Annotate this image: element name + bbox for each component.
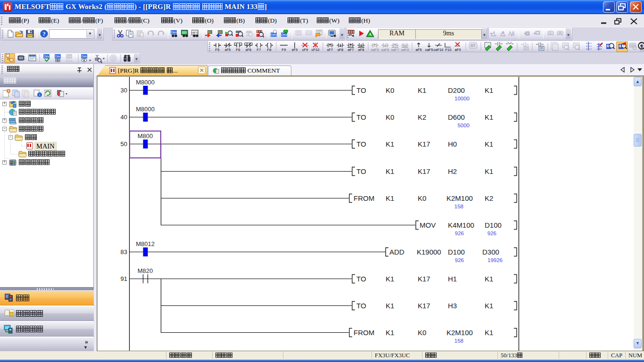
svg-text:Dev: Dev [44,55,50,58]
svg-text:FROM: FROM [354,194,374,202]
svg-text:K0: K0 [418,329,426,337]
svg-text:K0: K0 [386,86,394,94]
svg-text:158: 158 [454,338,463,344]
svg-text:K1: K1 [386,302,394,310]
svg-text:30: 30 [121,87,127,94]
svg-text:M800: M800 [138,132,153,140]
svg-text:K1: K1 [485,113,493,121]
svg-text:5000: 5000 [457,123,470,128]
svg-text:K4M100: K4M100 [448,221,474,229]
svg-text:K17: K17 [418,167,430,175]
svg-text:K19000: K19000 [417,248,441,256]
svg-text:19926: 19926 [487,257,503,263]
svg-text:D100: D100 [485,221,502,229]
svg-text:TO: TO [356,167,366,175]
svg-text:D300: D300 [482,248,499,256]
svg-text:K1: K1 [418,86,426,94]
svg-text:H1: H1 [448,275,457,283]
svg-text:TO: TO [356,86,366,94]
svg-text:40: 40 [121,114,127,121]
svg-text:F5: F5 [215,48,220,52]
svg-text:K1: K1 [386,329,394,337]
svg-text:F7: F7 [257,48,261,52]
svg-text:Dev: Dev [66,55,72,58]
svg-text:Dev: Dev [171,31,177,34]
svg-text:926: 926 [455,257,464,263]
svg-text:K1: K1 [485,329,493,337]
svg-text:TO: TO [356,140,366,148]
svg-text:K1: K1 [485,275,493,283]
svg-text:K17: K17 [418,302,430,310]
svg-text:K2: K2 [418,113,426,121]
svg-text:saF7: saF7 [391,48,399,52]
svg-text:aF9: aF9 [455,48,461,52]
svg-text:K1: K1 [485,140,493,148]
svg-text:?: ? [112,55,115,61]
svg-text:aF5: aF5 [416,48,422,52]
svg-text:K1: K1 [485,167,493,175]
svg-text:aF8: aF8 [358,48,364,52]
svg-text:ST: ST [471,43,475,48]
svg-text:Dev: Dev [281,33,287,36]
svg-text:K1: K1 [386,140,394,148]
svg-text:TO: TO [356,275,366,283]
svg-text:K0: K0 [386,113,394,121]
svg-text:MOV: MOV [420,221,436,229]
svg-text:K2M100: K2M100 [446,194,473,202]
svg-text:D200: D200 [448,86,465,94]
svg-text:Dev: Dev [82,55,87,58]
svg-text:saF5: saF5 [371,48,379,52]
svg-text:D100: D100 [448,248,465,256]
svg-text:D600: D600 [448,113,465,121]
svg-text:M8000: M8000 [136,79,155,86]
svg-text:K1: K1 [386,275,394,283]
svg-text:F10: F10 [446,48,452,52]
svg-text:caF10: caF10 [434,48,444,52]
svg-text:K17: K17 [418,140,430,148]
svg-text:Dev: Dev [55,55,61,58]
svg-text:sF8: sF8 [338,48,344,52]
svg-text:L: L [550,32,552,36]
svg-text:H0: H0 [448,140,457,148]
svg-text:?: ? [43,31,46,37]
svg-text:K1: K1 [386,194,394,202]
svg-text:F6: F6 [236,48,240,52]
svg-text:K1: K1 [485,86,493,94]
svg-text:K2M100: K2M100 [446,329,473,337]
svg-text:K0: K0 [418,194,426,202]
svg-text:HKY: HKY [191,31,198,34]
svg-text:aF7: aF7 [348,48,354,52]
svg-text:FROM: FROM [354,329,374,337]
svg-text:A: A [369,32,372,37]
svg-text:926: 926 [487,230,496,236]
svg-text:926: 926 [455,230,464,236]
svg-text:saF8: saF8 [401,48,409,52]
svg-text:F9: F9 [282,48,286,52]
svg-text:cF10: cF10 [312,48,320,52]
svg-text:H3: H3 [448,302,457,310]
svg-text:158: 158 [454,204,463,209]
svg-text:TO: TO [356,302,366,310]
svg-text:sF6: sF6 [246,48,252,52]
svg-text:K17: K17 [418,275,430,283]
svg-text:cF9: cF9 [302,48,308,52]
svg-text:M820: M820 [138,267,153,274]
svg-text:K1: K1 [485,302,493,310]
svg-text:CC-L: CC-L [66,59,73,62]
svg-text:sF9: sF9 [292,48,298,52]
svg-text:Dev: Dev [271,33,277,36]
svg-text:83: 83 [121,248,127,255]
svg-text:sF5: sF5 [225,48,231,52]
svg-text:K2: K2 [485,194,493,202]
svg-text:ADD: ADD [389,248,405,256]
svg-text:50: 50 [121,140,127,148]
svg-text:K1: K1 [386,167,394,175]
svg-text:caF5: caF5 [425,48,433,52]
svg-text:F8: F8 [267,48,272,52]
svg-text:sF7: sF7 [327,48,333,52]
svg-text:10000: 10000 [454,96,470,101]
svg-text:91: 91 [121,275,127,282]
svg-text:M8000: M8000 [136,106,155,113]
svg-text:M8012: M8012 [136,240,155,247]
svg-text:H2: H2 [448,167,457,175]
